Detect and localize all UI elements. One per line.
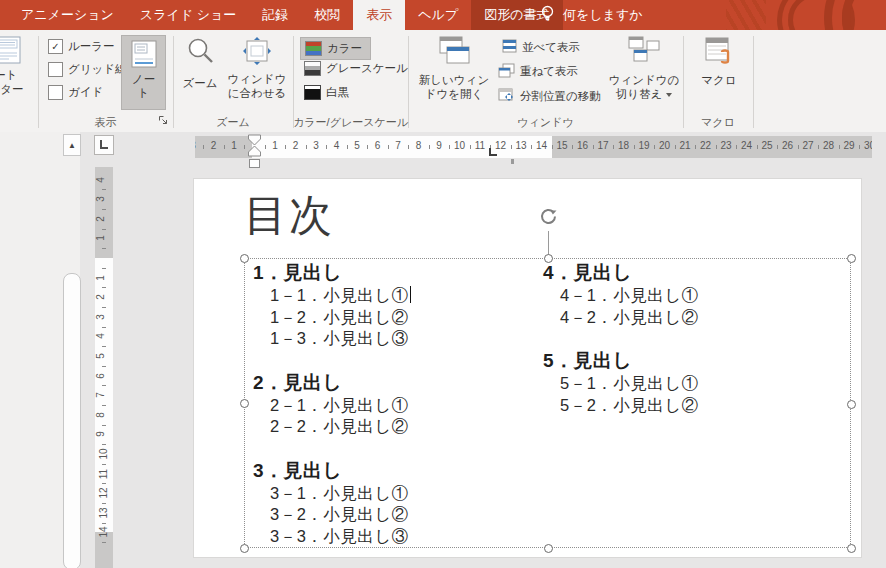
toc-line[interactable]: 1．見出し	[253, 260, 543, 285]
ribbon-tab[interactable]: スライド ショー	[127, 0, 249, 30]
handle-bottom-right[interactable]	[847, 544, 856, 553]
decorative-rings	[788, 0, 844, 30]
ribbon-tab[interactable]: アニメーション	[8, 0, 127, 30]
notes-master-button-partial[interactable]: ート スター	[0, 36, 32, 96]
toc-line[interactable]: 3．見出し	[253, 458, 543, 483]
toc-line[interactable]: 2．見出し	[253, 370, 543, 395]
color-button[interactable]: カラー	[300, 37, 371, 60]
arrange-all-button[interactable]: 並べて表示	[502, 39, 580, 55]
tab-selector-button[interactable]	[94, 135, 114, 155]
ruler-number: 26	[782, 140, 793, 151]
ruler-tick	[102, 287, 106, 288]
left-scrollbar-thumb[interactable]	[63, 273, 81, 568]
toc-line[interactable]: 4－1．小見出し①	[543, 285, 833, 307]
switch-windows-button[interactable]: ウィンドウの切り替え	[606, 35, 682, 101]
grayscale-button[interactable]: グレースケール	[304, 61, 408, 76]
ribbon-tabs: アニメーションスライド ショー記録校閲表示ヘルプ図形の書式	[8, 0, 563, 30]
toc-line[interactable]: 5－1．小見出し①	[543, 373, 833, 395]
ruler-tick	[102, 248, 106, 249]
handle-top-right[interactable]	[847, 254, 856, 263]
fit-to-window-button[interactable]: ウィンドウに合わせる	[226, 36, 288, 100]
toc-line[interactable]: 1－2．小見出し②	[253, 307, 543, 329]
ruler-tick	[102, 209, 106, 210]
arrange-all-label: 並べて表示	[522, 40, 580, 55]
new-window-button[interactable]: 新しいウィンドウを開く	[413, 35, 495, 101]
move-split-icon	[498, 88, 515, 105]
toc-line[interactable]: 2－1．小見出し①	[253, 395, 543, 417]
ruler-tick	[285, 145, 286, 149]
ruler-tick	[102, 366, 106, 367]
toc-line[interactable]: 1－3．小見出し③	[253, 328, 543, 350]
handle-bottom-left[interactable]	[240, 544, 249, 553]
toc-line[interactable]: 1－1．小見出し①	[253, 285, 543, 307]
slide-title[interactable]: 目次	[244, 187, 334, 245]
toc-line[interactable]: 3－2．小見出し②	[253, 504, 543, 526]
scroll-up-button[interactable]: ▲	[63, 134, 81, 156]
checkbox-gridlines-box[interactable]	[48, 62, 63, 77]
toc-column-left[interactable]: 1．見出し1－1．小見出し①1－2．小見出し②1－3．小見出し③2．見出し2－1…	[253, 260, 543, 547]
color-icon	[305, 41, 322, 56]
toc-column-right[interactable]: 4．見出し4－1．小見出し①4－2．小見出し②5．見出し5－1．小見出し①5－2…	[543, 260, 833, 416]
notes-button[interactable]: ノート	[121, 35, 166, 110]
ruler-tick	[572, 145, 573, 149]
ruler-number: 27	[802, 140, 813, 151]
checkbox-guides[interactable]: ガイド	[48, 85, 103, 100]
cascade-label: 重ねて表示	[520, 64, 578, 79]
zoom-button[interactable]: ズーム	[178, 36, 222, 90]
ruler-tick	[102, 464, 106, 465]
ruler-number: 8	[416, 140, 422, 151]
rotation-handle-icon[interactable]	[537, 205, 560, 232]
ribbon-tab[interactable]: ヘルプ	[405, 0, 471, 30]
macro-button[interactable]: マクロ	[695, 36, 743, 87]
thumbnail-pane	[0, 132, 63, 568]
handle-top-left[interactable]	[240, 254, 249, 263]
black-white-button[interactable]: 白黒	[304, 85, 349, 100]
ruler-number: 9	[95, 432, 106, 438]
ribbon-tab[interactable]: 校閲	[301, 0, 353, 30]
toc-line[interactable]: 4－2．小見出し②	[543, 307, 833, 329]
checkbox-gridlines[interactable]: グリッド線	[48, 62, 127, 77]
decorative-stripes	[726, 0, 766, 30]
ruler-tick	[102, 483, 106, 484]
vertical-ruler[interactable]: 43211234567891011121314	[95, 167, 113, 568]
toc-line[interactable]: 3－1．小見出し①	[253, 483, 543, 505]
ruler-number: 13	[515, 140, 526, 151]
notes-master-label-line1: ート	[0, 68, 18, 82]
ribbon-tab-bar: アニメーションスライド ショー記録校閲表示ヘルプ図形の書式 何をしますか	[0, 0, 886, 30]
color-label: カラー	[327, 41, 362, 56]
ruler-tick	[449, 145, 450, 149]
move-split-button[interactable]: 分割位置の移動	[498, 88, 601, 105]
checkbox-guides-box[interactable]	[48, 85, 63, 100]
handle-bottom-middle[interactable]	[544, 544, 553, 553]
indent-markers[interactable]	[246, 134, 263, 173]
ruler-number: 10	[454, 140, 465, 151]
tab-stop-marker[interactable]	[489, 148, 497, 156]
ruler-tick	[102, 229, 106, 230]
ruler-tick	[859, 145, 860, 149]
macro-group-label: マクロ	[683, 115, 753, 130]
cascade-button[interactable]: 重ねて表示	[498, 63, 578, 80]
toc-line[interactable]: 4．見出し	[543, 260, 833, 285]
ruler-number: 17	[597, 140, 608, 151]
toc-line[interactable]: 2－2．小見出し②	[253, 416, 543, 438]
dialog-launcher-icon[interactable]	[158, 112, 169, 130]
horizontal-ruler[interactable]: 3211234567891011121314151617181920212223…	[195, 136, 872, 158]
ruler-number: 13	[98, 507, 109, 518]
ruler-number: 3	[95, 196, 106, 202]
slide[interactable]: 目次 1．見出し1－1．小見出し①1－2．小見出し②1－3．小見出し③2．見出し…	[193, 178, 862, 558]
macro-icon	[704, 36, 734, 70]
switch-windows-icon	[626, 35, 662, 71]
checkbox-ruler[interactable]: ✓ ルーラー	[48, 39, 115, 54]
tell-me-box[interactable]: 何をしますか	[540, 0, 643, 30]
handle-middle-left[interactable]	[240, 399, 249, 408]
toc-line[interactable]: 5－2．小見出し②	[543, 395, 833, 417]
grayscale-icon	[304, 61, 321, 76]
handle-middle-right[interactable]	[847, 400, 856, 409]
toc-line[interactable]: 5．見出し	[543, 348, 833, 373]
ribbon-tab[interactable]: 表示	[353, 0, 405, 30]
checkbox-ruler-box[interactable]: ✓	[48, 39, 63, 54]
ribbon-tab[interactable]: 記録	[249, 0, 301, 30]
zoom-label: ズーム	[182, 76, 217, 90]
ruler-tick	[429, 145, 430, 149]
toc-line[interactable]: 3－3．小見出し③	[253, 526, 543, 548]
